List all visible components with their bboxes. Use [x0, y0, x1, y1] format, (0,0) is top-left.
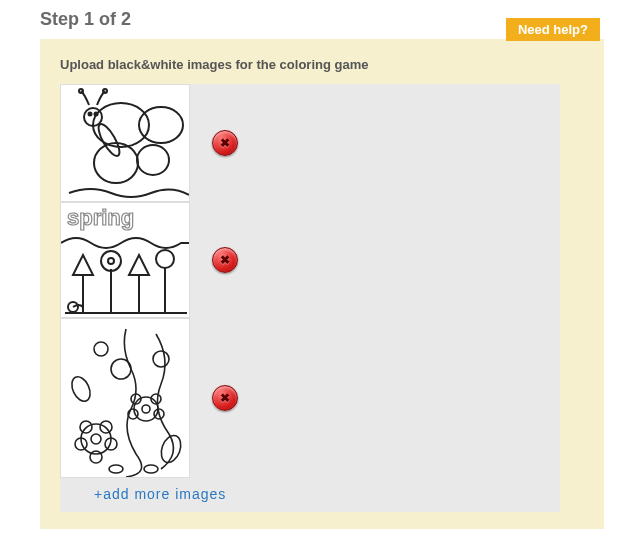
coloring-image-icon [61, 319, 190, 478]
svg-point-7 [95, 113, 98, 116]
thumbnail-spring-flowers[interactable]: spring [60, 202, 190, 318]
header-row: Step 1 of 2 Need help? [40, 8, 604, 31]
step-title: Step 1 of 2 [40, 9, 131, 30]
thumbnail-floral-pattern[interactable] [60, 318, 190, 478]
delete-thumbnail-button[interactable]: ✖ [212, 247, 238, 273]
thumbnail-butterfly[interactable] [60, 84, 190, 202]
svg-text:spring: spring [67, 205, 134, 230]
coloring-image-icon: spring [61, 203, 190, 318]
thumbnail-row: ✖ [60, 318, 560, 478]
upload-area: ✖ spring [60, 84, 560, 512]
instruction-text: Upload black&white images for the colori… [60, 57, 584, 72]
need-help-button[interactable]: Need help? [506, 18, 600, 41]
thumbnail-row: spring [60, 202, 560, 318]
thumbnail-row: ✖ [60, 84, 560, 202]
delete-thumbnail-button[interactable]: ✖ [212, 130, 238, 156]
upload-panel: Upload black&white images for the colori… [40, 39, 604, 529]
delete-thumbnail-button[interactable]: ✖ [212, 385, 238, 411]
add-more-images-link[interactable]: +add more images [60, 478, 226, 502]
coloring-image-icon [61, 85, 190, 202]
svg-point-6 [89, 113, 92, 116]
svg-rect-21 [61, 319, 190, 478]
